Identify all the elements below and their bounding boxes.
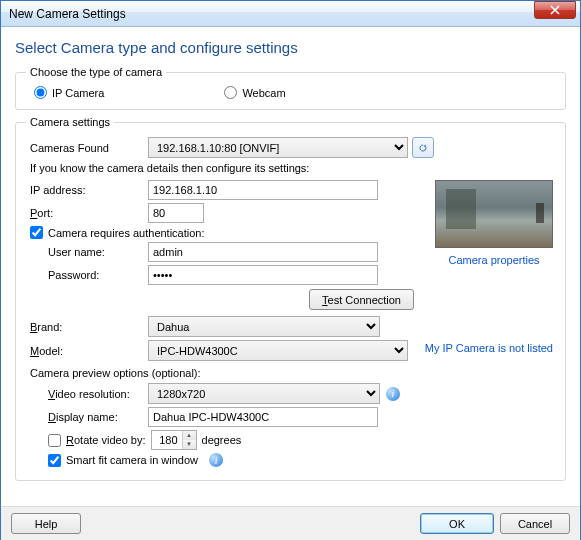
rotate-value-input[interactable] [152,431,182,449]
ip-input[interactable] [148,180,378,200]
port-input[interactable] [148,203,204,223]
window-title: New Camera Settings [9,7,126,21]
model-select[interactable]: IPC-HDW4300C [148,340,408,361]
preview-options-heading: Camera preview options (optional): [30,367,555,379]
rotate-suffix: degrees [202,434,242,446]
cameras-found-select[interactable]: 192.168.1.10:80 [ONVIF] [148,137,408,158]
username-input[interactable] [148,242,378,262]
help-button[interactable]: Help [11,513,81,534]
camera-not-listed-link[interactable]: My IP Camera is not listed [425,342,553,354]
camera-type-group: Choose the type of camera IP Camera Webc… [15,66,566,110]
smartfit-checkbox[interactable] [48,454,61,467]
radio-webcam-input[interactable] [224,86,237,99]
model-label: Model: [26,345,148,357]
password-label: Password: [26,269,148,281]
radio-ip-camera-label: IP Camera [52,87,104,99]
smartfit-label: Smart fit camera in window [66,454,198,466]
video-res-label: Video resolution: [26,388,148,400]
page-heading: Select Camera type and configure setting… [15,39,566,56]
ip-label: IP address: [26,184,148,196]
test-connection-button[interactable]: Test Connection [309,289,414,310]
close-button[interactable] [534,1,576,19]
username-label: User name: [26,246,148,258]
close-icon [550,5,560,15]
auth-checkbox[interactable] [30,226,43,239]
brand-select[interactable]: Dahua [148,316,380,337]
refresh-button[interactable] [412,137,434,158]
bottom-button-bar: Help OK Cancel [1,506,580,540]
radio-ip-camera[interactable]: IP Camera [34,86,104,99]
rotate-label: Rotate video by: [66,434,146,446]
auth-label: Camera requires authentication: [48,227,205,239]
camera-settings-legend: Camera settings [26,116,114,128]
info-icon[interactable]: i [386,387,400,401]
password-input[interactable] [148,265,378,285]
info-icon[interactable]: i [209,453,223,467]
camera-settings-group: Camera settings Cameras Found 192.168.1.… [15,116,566,481]
refresh-icon [419,141,427,155]
display-name-input[interactable] [148,407,378,427]
radio-ip-camera-input[interactable] [34,86,47,99]
port-label: Port: [26,207,148,219]
brand-label: Brand: [26,321,148,333]
cancel-button[interactable]: Cancel [500,513,570,534]
titlebar: New Camera Settings [1,1,580,27]
radio-webcam[interactable]: Webcam [224,86,285,99]
video-res-select[interactable]: 1280x720 [148,383,380,404]
rotate-checkbox[interactable] [48,434,61,447]
camera-preview-thumbnail [435,180,553,248]
spinner-down[interactable]: ▼ [183,440,196,449]
radio-webcam-label: Webcam [242,87,285,99]
spinner-up[interactable]: ▲ [183,431,196,440]
hint-text: If you know the camera details then conf… [30,162,555,174]
ok-button[interactable]: OK [420,513,494,534]
camera-properties-link[interactable]: Camera properties [433,254,555,266]
cameras-found-label: Cameras Found [26,142,148,154]
camera-type-legend: Choose the type of camera [26,66,166,78]
rotate-spinner[interactable]: ▲▼ [151,430,197,450]
display-name-label: Display name: [26,411,148,423]
